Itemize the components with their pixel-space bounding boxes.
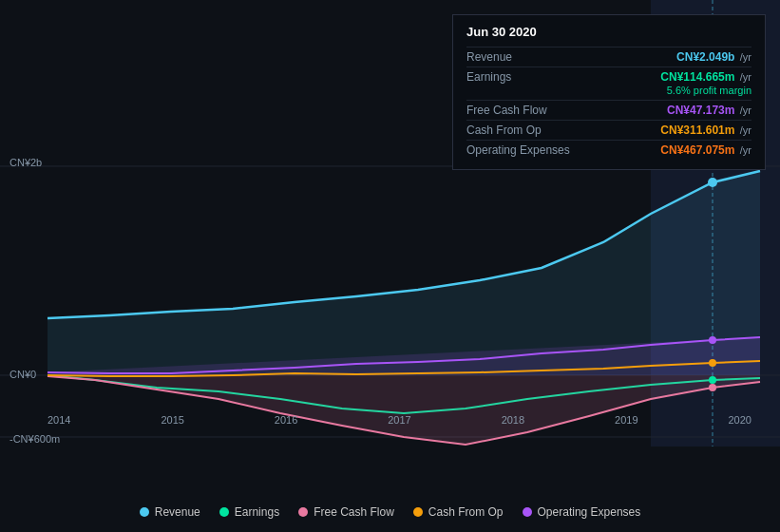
legend-label-earnings: Earnings (235, 505, 279, 519)
x-label-2016: 2016 (275, 414, 297, 426)
tooltip-profit-margin: 5.6% profit margin (667, 85, 751, 96)
tooltip-label-fcf: Free Cash Flow (466, 104, 547, 117)
tooltip-row-revenue: Revenue CN¥2.049b /yr (466, 47, 751, 66)
x-label-2014: 2014 (48, 414, 70, 426)
x-label-2020: 2020 (728, 414, 751, 426)
legend-dot-opex (523, 507, 532, 517)
x-label-2019: 2019 (615, 414, 637, 426)
svg-point-8 (709, 359, 716, 367)
x-label-2017: 2017 (388, 414, 410, 426)
tooltip-label-cashop: Cash From Op (466, 124, 542, 137)
tooltip-label-opex: Operating Expenses (466, 143, 570, 157)
tooltip-value-cashop: CN¥311.601m (660, 124, 734, 137)
svg-point-9 (709, 336, 716, 344)
svg-point-5 (708, 178, 717, 187)
legend-item-cashop[interactable]: Cash From Op (413, 505, 504, 519)
legend-item-revenue[interactable]: Revenue (140, 505, 200, 519)
tooltip-value-earnings: CN¥114.665m (660, 70, 734, 84)
svg-point-6 (709, 376, 716, 384)
tooltip-panel: Jun 30 2020 Revenue CN¥2.049b /yr Earnin… (452, 14, 766, 170)
tooltip-row-cashop: Cash From Op CN¥311.601m /yr (466, 120, 751, 140)
legend-dot-fcf (298, 507, 308, 517)
tooltip-title: Jun 30 2020 (466, 25, 751, 39)
svg-point-7 (709, 384, 716, 391)
x-label-2015: 2015 (161, 414, 183, 426)
legend-item-opex[interactable]: Operating Expenses (523, 505, 641, 519)
y-axis-mid-label: CN¥0 (10, 369, 36, 380)
legend-item-fcf[interactable]: Free Cash Flow (298, 505, 394, 519)
tooltip-row-earnings: Earnings CN¥114.665m /yr 5.6% profit mar… (466, 66, 751, 100)
legend-label-revenue: Revenue (155, 505, 200, 519)
tooltip-row-opex: Operating Expenses CN¥467.075m /yr (466, 140, 751, 160)
legend-label-fcf: Free Cash Flow (314, 505, 394, 519)
tooltip-label-earnings: Earnings (466, 70, 511, 84)
legend-item-earnings[interactable]: Earnings (219, 505, 279, 519)
chart-legend: Revenue Earnings Free Cash Flow Cash Fro… (0, 500, 780, 524)
legend-dot-earnings (219, 507, 229, 517)
tooltip-value-fcf: CN¥47.173m (667, 104, 734, 117)
legend-label-cashop: Cash From Op (428, 505, 504, 519)
tooltip-value-opex: CN¥467.075m (660, 143, 734, 157)
x-label-2018: 2018 (502, 414, 524, 426)
x-axis-labels: 2014 2015 2016 2017 2018 2019 2020 (0, 414, 780, 426)
y-axis-top-label: CN¥2b (10, 157, 42, 168)
tooltip-value-revenue: CN¥2.049b (676, 50, 734, 64)
y-axis-bottom-label: -CN¥600m (10, 433, 60, 445)
chart-area: CN¥2b CN¥0 -CN¥600m 2014 2015 2016 2017 … (0, 0, 780, 480)
legend-label-opex: Operating Expenses (538, 505, 641, 519)
legend-dot-cashop (413, 507, 423, 517)
tooltip-label-revenue: Revenue (466, 50, 512, 64)
tooltip-row-fcf: Free Cash Flow CN¥47.173m /yr (466, 100, 751, 120)
legend-dot-revenue (140, 507, 149, 517)
